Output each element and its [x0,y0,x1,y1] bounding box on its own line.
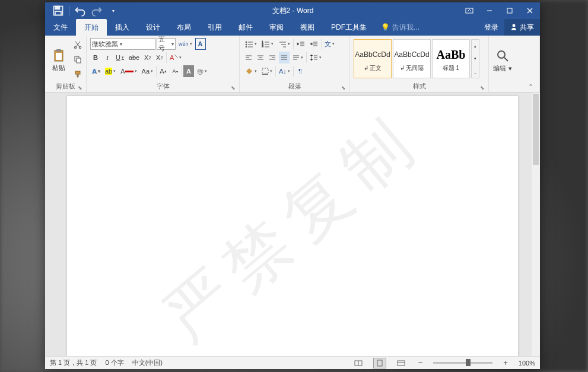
qat-customize-icon[interactable]: ▾ [107,5,119,17]
vertical-scrollbar[interactable] [532,93,540,356]
editing-button[interactable]: 编辑 ▾ [491,37,514,82]
character-shading-icon[interactable]: A [183,65,194,77]
decrease-indent-icon[interactable] [295,38,307,50]
tell-me-search[interactable]: 💡 告诉我... [375,19,425,36]
grow-font-icon[interactable]: A▴ [158,65,169,77]
shrink-font-icon[interactable]: A▾ [170,65,180,77]
bold-button[interactable]: B [90,52,101,63]
justify-icon[interactable] [279,52,290,63]
font-size-combo[interactable]: 五号▾ [157,38,176,50]
svg-rect-1 [55,7,60,9]
distributed-icon[interactable] [291,52,305,63]
text-effects-icon[interactable]: A [90,65,102,77]
increase-indent-icon[interactable] [308,38,320,50]
underline-button[interactable]: U [114,52,126,63]
tab-design[interactable]: 设计 [138,19,169,36]
zoom-out-button[interactable]: − [416,358,425,367]
gallery-up-icon[interactable]: ▴ [472,40,479,52]
borders-icon[interactable] [260,65,274,77]
styles-launcher-icon[interactable]: ⬊ [480,85,485,91]
tab-mailings[interactable]: 邮件 [230,19,261,36]
language-indicator[interactable]: 中文(中国) [132,358,163,367]
format-painter-icon[interactable] [72,68,84,80]
tab-file[interactable]: 文件 [45,19,76,36]
web-layout-icon[interactable] [395,358,408,368]
svg-rect-57 [262,68,268,74]
tab-layout[interactable]: 布局 [169,19,199,36]
superscript-button[interactable]: X2 [154,52,165,63]
group-font: 微软雅黑▾ 五号▾ wén A B I U abc X2 X2 A A [87,36,240,92]
phonetic-guide-icon[interactable]: wén [177,38,194,50]
style-heading-1[interactable]: AaBb 标题 1 [432,39,470,78]
login-button[interactable]: 登录 [478,19,504,36]
group-paragraph: 123 文 [240,36,350,92]
document-page[interactable]: 严禁复制 [67,96,518,356]
tab-review[interactable]: 审阅 [261,19,292,36]
highlight-icon[interactable]: ab [103,65,117,77]
show-marks-icon[interactable]: ¶ [295,65,306,77]
italic-button[interactable]: I [102,52,113,63]
numbering-icon[interactable]: 123 [260,38,275,50]
asian-layout-icon[interactable]: 文 [323,38,336,50]
zoom-in-button[interactable]: + [501,358,510,367]
redo-icon[interactable] [91,5,103,17]
multilevel-list-icon[interactable] [276,38,292,50]
clipboard-launcher-icon[interactable]: ⬊ [78,85,82,91]
group-clipboard: 粘贴 剪贴板⬊ [45,36,87,92]
bullets-icon[interactable] [243,38,259,50]
print-layout-icon[interactable] [373,358,386,368]
read-mode-icon[interactable] [352,358,365,368]
style-normal[interactable]: AaBbCcDd ↲ 正文 [354,39,392,78]
word-count[interactable]: 0 个字 [105,358,123,367]
svg-text:3: 3 [262,45,263,47]
shading-icon[interactable] [243,65,259,77]
tab-view[interactable]: 视图 [292,19,323,36]
font-color-icon[interactable]: A [119,65,138,77]
zoom-slider[interactable] [433,362,492,364]
clear-formatting-icon[interactable]: A [168,52,183,63]
zoom-level[interactable]: 100% [519,360,535,367]
separator [69,6,69,15]
svg-rect-16 [75,71,80,74]
style-gallery-expand: ▴ ▾ ⎯ [471,39,479,78]
line-spacing-icon[interactable] [308,52,323,63]
align-right-icon[interactable] [267,52,278,63]
paragraph-label: 段落⬊ [242,81,347,92]
strikethrough-button[interactable]: abc [127,52,141,63]
tab-pdf-tools[interactable]: PDF工具集 [323,19,375,36]
character-border-icon[interactable]: A [195,38,206,50]
tab-references[interactable]: 引用 [199,19,230,36]
change-case-icon[interactable]: Aa [140,65,155,77]
paste-button[interactable]: 粘贴 [47,37,70,81]
close-icon[interactable] [520,2,540,19]
window-title: 文档2 - Word [126,6,459,16]
page-indicator[interactable]: 第 1 页，共 1 页 [50,358,97,367]
clipboard-label: 剪贴板⬊ [47,81,84,92]
font-name-combo[interactable]: 微软雅黑▾ [90,38,155,50]
paragraph-launcher-icon[interactable]: ⬊ [341,85,346,91]
align-center-icon[interactable] [255,52,266,63]
minimize-icon[interactable] [479,2,500,19]
zoom-slider-thumb[interactable] [466,359,471,366]
svg-point-20 [246,44,247,45]
collapse-ribbon-icon[interactable]: ⌃ [491,82,537,92]
ribbon-display-icon[interactable] [459,2,479,19]
subscript-button[interactable]: X2 [142,52,153,63]
align-left-icon[interactable] [243,52,254,63]
share-button[interactable]: 共享 [504,19,540,36]
enclose-characters-icon[interactable]: ㊕ [195,65,209,77]
copy-icon[interactable] [72,53,84,65]
gallery-down-icon[interactable]: ▾ [472,52,479,65]
maximize-icon[interactable] [500,2,520,19]
scrollbar-thumb[interactable] [533,94,539,165]
save-icon[interactable] [52,5,64,17]
tab-insert[interactable]: 插入 [107,19,138,36]
titlebar: ▾ 文档2 - Word [45,2,540,19]
tab-home[interactable]: 开始 [76,19,107,36]
font-launcher-icon[interactable]: ⬊ [231,85,236,91]
sort-icon[interactable]: A↓ [277,65,292,77]
style-no-spacing[interactable]: AaBbCcDd ↲ 无间隔 [393,39,431,78]
undo-icon[interactable] [74,5,86,17]
cut-icon[interactable] [72,39,84,50]
gallery-more-icon[interactable]: ⎯ [472,65,479,78]
